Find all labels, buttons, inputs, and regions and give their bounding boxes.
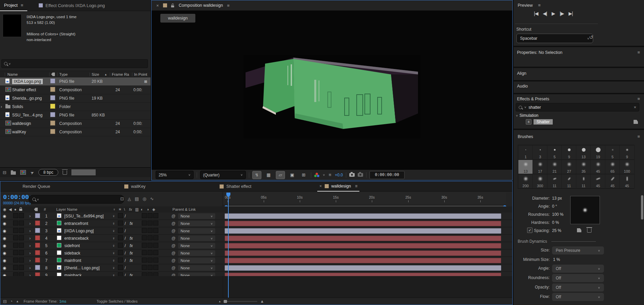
spacing-value[interactable]: 25 % — [552, 228, 561, 233]
interpret-footage-icon[interactable]: ⊟ — [3, 170, 6, 175]
brush-preset[interactable]: 200 — [518, 174, 533, 189]
brush-preset[interactable]: 300 — [533, 174, 548, 189]
brush-preset[interactable]: 13 — [518, 160, 533, 174]
quality-column-icon[interactable]: \ — [124, 207, 125, 211]
brush-preset[interactable]: 17 — [533, 160, 548, 174]
magnification-dropdown[interactable]: 25%∨ — [156, 171, 194, 179]
adjustment-cell[interactable] — [153, 221, 158, 227]
layer-row[interactable]: ◉ › 3 [IXDA Logo.png] ♀ / @ — [0, 227, 512, 235]
lock-cell[interactable] — [19, 250, 24, 256]
audio-cell[interactable] — [13, 213, 18, 219]
audio-cell[interactable] — [13, 228, 18, 234]
pickwhip-icon[interactable]: @ — [171, 229, 175, 233]
layer-color-swatch[interactable] — [35, 228, 40, 234]
shy-switch-icon[interactable]: ♀ — [112, 229, 115, 233]
audio-panel-title[interactable]: Audio — [517, 84, 528, 89]
project-item-row[interactable]: Shatter effect Composition 24 0:00: — [0, 86, 151, 94]
align-panel-title[interactable]: Align — [517, 71, 526, 76]
column-size[interactable]: Size — [92, 72, 99, 76]
layer-visibility-eye-icon[interactable]: ◉ — [3, 236, 6, 241]
unlock-icon[interactable] — [171, 3, 175, 8]
shy-switch-icon[interactable]: ♀ — [112, 266, 115, 270]
last-frame-button[interactable]: ▶| — [569, 11, 573, 16]
column-type[interactable]: Type — [59, 72, 68, 76]
collapse-switch-cell[interactable] — [118, 265, 123, 271]
layer-color-swatch[interactable] — [35, 258, 40, 264]
panel-menu-icon[interactable]: ≡ — [227, 3, 230, 8]
footage-name[interactable]: IXDA Logo.png — [27, 15, 53, 19]
layer-row[interactable]: ◉ › 2 entrancefront ♀ / fx @ — [0, 220, 512, 227]
frame-blend-cell[interactable] — [142, 243, 147, 249]
brush-preset[interactable]: 27 — [561, 160, 577, 174]
frame-blending-icon[interactable]: ▤ — [135, 196, 139, 201]
brush-preset[interactable]: 9 — [561, 145, 577, 160]
search-options-icon[interactable]: ∨ — [8, 62, 11, 65]
viewer-timecode[interactable]: 0:00:00:00 — [369, 171, 405, 179]
color-depth-button[interactable]: 8 bpc — [38, 169, 58, 176]
layer-row[interactable]: ◉ › 6 sideback ♀ / fx @ — [0, 249, 512, 257]
layer-color-swatch[interactable] — [35, 265, 40, 271]
layer-duration-bar[interactable] — [225, 236, 501, 241]
layer-name[interactable]: entrancefront — [64, 221, 88, 226]
item-name[interactable]: SSU_Tex...4.png — [12, 113, 42, 117]
brush-preset[interactable]: 13 — [576, 145, 591, 160]
roundness-dynamics-dropdown[interactable]: Off∨ — [552, 274, 604, 282]
timeline-tab[interactable]: wallKey ≡ — [120, 181, 148, 191]
label-color-swatch[interactable] — [50, 95, 55, 101]
shy-column-icon[interactable]: ♀ — [113, 207, 116, 211]
shy-switch-icon[interactable]: ♀ — [112, 214, 115, 218]
pickwhip-icon[interactable]: @ — [171, 266, 175, 270]
twirl-icon[interactable]: › — [29, 221, 31, 226]
column-parent-link[interactable]: Parent & Link — [172, 207, 196, 211]
panel-menu-icon[interactable]: ≡ — [21, 3, 23, 8]
item-name[interactable]: IXDA Logo.png — [12, 79, 43, 84]
audio-cell[interactable] — [13, 221, 18, 227]
tab-project[interactable]: Project ≡ — [0, 0, 27, 11]
motion-blur-cell[interactable] — [148, 265, 153, 271]
lock-cell[interactable] — [19, 235, 24, 241]
brush-preset[interactable]: 5 — [547, 145, 562, 160]
lock-cell[interactable] — [19, 221, 24, 227]
size-dynamics-dropdown[interactable]: Pen Pressure∨ — [552, 246, 604, 255]
adjustment-cell[interactable] — [153, 258, 158, 264]
adjustment-column-icon[interactable]: ◑ — [147, 207, 149, 211]
panel-menu-icon[interactable]: ≡ — [538, 3, 541, 8]
panel-menu-icon[interactable]: ≡ — [355, 184, 357, 189]
lock-cell[interactable] — [19, 213, 24, 219]
lock-column-icon[interactable] — [19, 207, 22, 212]
tab-effect-controls[interactable]: Effect Controls IXDA Logo.png — [39, 3, 105, 8]
quality-switch-icon[interactable]: / — [125, 251, 126, 256]
collapse-switch-cell[interactable] — [118, 213, 123, 219]
label-color-swatch[interactable] — [50, 129, 55, 135]
frame-blend-cell[interactable] — [142, 228, 147, 234]
roundness-value[interactable]: 100 % — [552, 212, 564, 217]
lock-cell[interactable] — [19, 258, 24, 264]
lock-cell[interactable] — [19, 265, 24, 271]
angle-value[interactable]: 0 ° — [552, 204, 557, 209]
project-search-input[interactable]: ∨ — [1, 59, 148, 68]
layer-visibility-eye-icon[interactable]: ◉ — [3, 251, 6, 256]
frame-blend-column-icon[interactable]: ▥ — [135, 207, 139, 212]
layer-visibility-eye-icon[interactable]: ◉ — [3, 229, 6, 233]
item-name[interactable]: wallKey — [12, 130, 26, 134]
item-name[interactable]: Sherida...go.png — [12, 96, 42, 101]
zoom-slider-thumb[interactable] — [224, 300, 227, 303]
collapse-switch-cell[interactable] — [118, 250, 123, 256]
motion-blur-icon[interactable]: ◎ — [142, 196, 146, 201]
pickwhip-icon[interactable]: @ — [171, 258, 175, 263]
label-color-swatch[interactable] — [50, 87, 55, 93]
delete-icon[interactable] — [63, 170, 67, 175]
adjustment-cell[interactable] — [153, 243, 158, 249]
next-frame-button[interactable]: |▶ — [560, 11, 564, 16]
layer-duration-bar[interactable] — [225, 213, 501, 219]
label-color-swatch[interactable] — [50, 121, 55, 127]
flow-dynamics-dropdown[interactable]: Off∨ — [552, 293, 604, 301]
effect-item-shatter[interactable]: Shatter — [534, 119, 553, 125]
composition-canvas[interactable] — [244, 55, 420, 138]
layer-visibility-eye-icon[interactable]: ◉ — [3, 214, 6, 218]
project-renderer-icon[interactable]: ➤ — [29, 169, 35, 175]
frame-blend-cell[interactable] — [142, 258, 147, 264]
layer-duration-bar[interactable] — [225, 250, 501, 256]
fx-switch-icon[interactable]: fx — [130, 243, 133, 248]
time-ruler[interactable]: 00s 05s 10s 15s 20s 25s — [223, 192, 506, 205]
